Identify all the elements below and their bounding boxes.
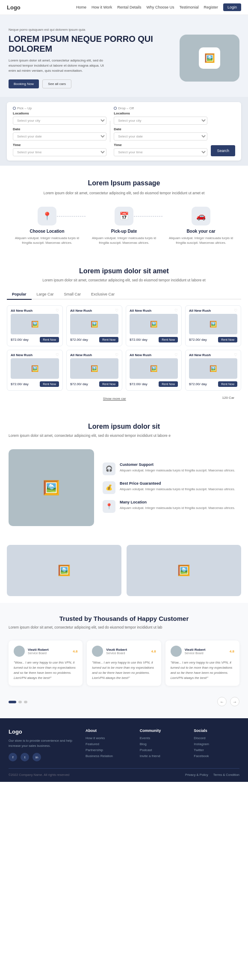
login-button[interactable]: Login (223, 3, 241, 11)
dropoff-radio (114, 107, 117, 110)
cars-subtitle: Lorem ipsum dolor sit amet, consectetur … (7, 278, 241, 284)
hero-section: Neque porro quisquam est qui dolorem ips… (0, 15, 248, 97)
pickup-time-select[interactable]: Select your time (13, 148, 106, 156)
test-name-1: Viezti Robert (106, 648, 127, 652)
dropoff-locations-select[interactable]: Select your city (114, 117, 207, 125)
nav-how-it-work[interactable]: How it Work (92, 5, 112, 9)
footer-link-0-1[interactable]: Featured (86, 742, 131, 746)
how-it-works-section: Lorem Ipsum passage Lorem ipsum dolor si… (0, 166, 248, 259)
tab-popular[interactable]: Popular (7, 290, 32, 300)
nav-why[interactable]: Why Choose Us (146, 5, 174, 9)
cars-title: Lorem ipsum dolor sit amet (7, 267, 241, 275)
social-facebook-icon[interactable]: f (9, 753, 17, 761)
footer-community-col: CommunityEventsBlogPodcastInvite a frien… (140, 728, 186, 761)
car-card-7: All New Rush ♡ 🖼️ $72.00/ day Rent Now (185, 350, 241, 391)
privacy-policy-link[interactable]: Privacy & Policy (185, 773, 208, 777)
booking-now-button[interactable]: Booking Now (9, 79, 39, 88)
footer-link-0-0[interactable]: How it works (86, 736, 131, 740)
rent-now-button-2[interactable]: Rent Now (159, 337, 178, 342)
step-title-3: Book your car (186, 229, 215, 234)
banner-section: 🖼️ 🖼️ (0, 538, 248, 603)
rent-now-button-1[interactable]: Rent Now (99, 337, 118, 342)
hero-eyebrow: Neque porro quisquam est qui dolorem ips… (9, 28, 171, 32)
next-arrow-button[interactable]: → (230, 697, 239, 706)
car-favorite-0[interactable]: ♡ (56, 308, 59, 313)
time-label: Time (13, 143, 106, 147)
footer-link-0-3[interactable]: Business Relation (86, 754, 131, 758)
car-name-1: All New Rush (70, 309, 92, 313)
feature-item-2: 📍 Many Location Aliquam volutpat. Intege… (103, 500, 239, 513)
feature-text-2: Many Location Aliquam volutpat. Integer … (120, 500, 235, 510)
tab-exclusive-car[interactable]: Exclusive Car (86, 290, 120, 300)
footer-link-1-0[interactable]: Events (140, 736, 186, 740)
social-twitter-icon[interactable]: t (21, 753, 29, 761)
nav-home[interactable]: Home (76, 5, 86, 9)
rent-now-button-3[interactable]: Rent Now (218, 337, 237, 342)
calendar-icon: 📅 (119, 211, 129, 221)
car-favorite-5[interactable]: ♡ (115, 353, 118, 357)
car-favorite-4[interactable]: ♡ (56, 353, 59, 357)
terms-condition-link[interactable]: Terms & Condition (213, 773, 239, 777)
car-footer-1: $72.00/ day Rent Now (67, 337, 122, 346)
footer-logo: Logo (9, 728, 77, 735)
rent-now-button-0[interactable]: Rent Now (40, 337, 59, 342)
testimonial-card-1: Viezti Robert Service Board 4.8 "Wow... … (87, 641, 161, 686)
dropoff-date-select[interactable]: Select your date (114, 132, 207, 140)
footer-link-2-3[interactable]: Facebook (194, 754, 239, 758)
car-favorite-1[interactable]: ♡ (115, 308, 118, 313)
how-it-works-subtitle: Lorem ipsum dolor sit amet, consectetur … (9, 190, 239, 196)
dropoff-group: Drop – Off Locations Select your city Da… (114, 106, 207, 156)
footer-link-1-2[interactable]: Podcast (140, 748, 186, 752)
car-image-6: 🖼️ (130, 358, 178, 379)
car-footer-4: $72.00/ day Rent Now (7, 381, 62, 390)
dropoff-label: Drop – Off (114, 106, 207, 110)
step-book-car: 🚗 Book your car Aliquam volutpat. Intege… (162, 207, 239, 246)
footer-link-0-2[interactable]: Partnership (86, 748, 131, 752)
footer-link-1-3[interactable]: Invite a friend (140, 754, 186, 758)
test-dot-1[interactable] (9, 701, 16, 703)
test-avatar-2 (171, 646, 182, 657)
testimonials-footer: ← → (9, 692, 239, 706)
rent-now-button-6[interactable]: Rent Now (159, 381, 178, 387)
nav-rental[interactable]: Rental Details (117, 5, 141, 9)
test-verified-2: Service Board (185, 652, 206, 655)
footer-link-2-2[interactable]: Twitter (194, 748, 239, 752)
dropoff-time-select[interactable]: Select your time (114, 148, 207, 156)
testimonials-title: Trusted by Thousands of Happy Customer (9, 615, 239, 622)
search-button[interactable]: Search (211, 145, 235, 156)
show-more-link[interactable]: Show more car (103, 397, 126, 401)
step-connector-1 (55, 216, 86, 217)
see-all-cars-button[interactable]: See all cars (42, 79, 71, 88)
car-image-3: 🖼️ (189, 314, 237, 334)
nav-testimonial[interactable]: Testimonial (179, 5, 198, 9)
footer-about-col: AboutHow it worksFeaturedPartnershipBusi… (86, 728, 131, 761)
prev-arrow-button[interactable]: ← (217, 697, 227, 706)
car-favorite-2[interactable]: ♡ (174, 308, 178, 313)
pickup-date-select[interactable]: Select your date (13, 132, 106, 140)
pickup-locations-select[interactable]: Select your city (13, 117, 106, 125)
test-dot-3[interactable] (24, 701, 27, 703)
why-image: 🖼️ (9, 449, 94, 526)
car-favorite-7[interactable]: ♡ (234, 353, 237, 357)
footer-link-1-1[interactable]: Blog (140, 742, 186, 746)
nav-register[interactable]: Register (204, 5, 218, 9)
car-card-header-7: All New Rush ♡ (186, 350, 241, 358)
car-card-6: All New Rush ♡ 🖼️ $72.00/ day Rent Now (126, 350, 182, 391)
rent-now-button-5[interactable]: Rent Now (99, 381, 118, 387)
rent-now-button-4[interactable]: Rent Now (40, 381, 59, 387)
test-dot-2[interactable] (18, 701, 22, 703)
pickup-group: Pick – Up Locations Select your city Dat… (13, 106, 106, 156)
search-bar-inner: Pick – Up Locations Select your city Dat… (7, 102, 241, 161)
logo: Logo (7, 4, 21, 11)
footer-link-2-0[interactable]: Discord (194, 736, 239, 740)
car-favorite-3[interactable]: ♡ (234, 308, 237, 313)
tab-large-car[interactable]: Large Car (32, 290, 59, 300)
tab-small-car[interactable]: Small Car (59, 290, 86, 300)
footer-link-2-1[interactable]: Instagram (194, 742, 239, 746)
footer-socials-col: SocialsDiscordInstagramTwitterFacebook (194, 728, 239, 761)
test-avatar-1 (92, 646, 103, 657)
rent-now-button-7[interactable]: Rent Now (218, 381, 237, 387)
footer-copyright: ©2022 Company Name. All rights reserved (9, 773, 69, 777)
social-linkedin-icon[interactable]: in (32, 753, 41, 761)
car-favorite-6[interactable]: ♡ (174, 353, 178, 357)
